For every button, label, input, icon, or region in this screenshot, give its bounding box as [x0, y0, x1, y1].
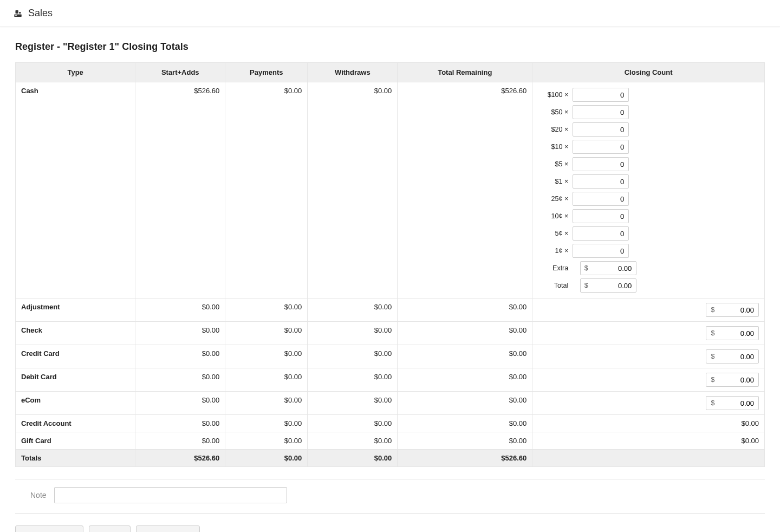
denomination-label: $20 × [538, 126, 568, 133]
withdraws-cell: $0.00 [308, 432, 398, 450]
payments-cell: $0.00 [225, 368, 308, 392]
col-header-withdraws: Withdraws [308, 63, 398, 82]
table-header-row: Type Start+Adds Payments Withdraws Total… [16, 63, 765, 82]
type-cell: Gift Card [16, 432, 135, 450]
totals-start_adds: $526.60 [135, 450, 225, 467]
closing-count-cell: $ [532, 322, 765, 345]
totals-total_remaining: $526.60 [398, 450, 532, 467]
start_adds-cell: $0.00 [135, 299, 225, 322]
denomination-row: 10¢ × [538, 209, 759, 223]
table-row: Check$0.00$0.00$0.00$0.00$ [16, 322, 765, 345]
denomination-row: $5 × [538, 157, 759, 171]
withdraws-cell: $0.00 [308, 82, 398, 299]
payments-cell: $0.00 [225, 392, 308, 415]
closing-count-cell: $ [532, 345, 765, 368]
denomination-input[interactable] [573, 105, 629, 119]
withdraws-cell: $0.00 [308, 392, 398, 415]
closing-count-text: $0.00 [741, 419, 759, 427]
denomination-input[interactable] [573, 140, 629, 154]
denomination-input[interactable] [573, 157, 629, 171]
denomination-input[interactable] [573, 174, 629, 189]
type-cell: Credit Card [16, 345, 135, 368]
currency-prefix: $ [709, 353, 717, 360]
start_adds-cell: $0.00 [135, 432, 225, 450]
closing-count-cell: $0.00 [532, 415, 765, 432]
denomination-label: 25¢ × [538, 195, 568, 203]
total_remaining-cell: $526.60 [398, 82, 532, 299]
currency-prefix: $ [582, 282, 590, 289]
total_remaining-cell: $0.00 [398, 345, 532, 368]
denomination-input[interactable] [573, 122, 629, 137]
totals-label: Totals [16, 450, 135, 467]
denomination-row: $100 × [538, 88, 759, 102]
topbar: Sales [0, 0, 780, 27]
table-row: Cash$526.60$0.00$0.00$526.60$100 ×$50 ×$… [16, 82, 765, 299]
denomination-row: 1¢ × [538, 244, 759, 258]
start_adds-cell: $526.60 [135, 82, 225, 299]
denomination-footer-label: Extra [538, 264, 568, 272]
total_remaining-cell: $0.00 [398, 368, 532, 392]
currency-prefix: $ [709, 306, 717, 314]
payments-cell: $0.00 [225, 82, 308, 299]
denomination-label: 1¢ × [538, 247, 568, 255]
closing-totals-table: Type Start+Adds Payments Withdraws Total… [15, 62, 765, 467]
closing-count-input-wrapper: $ [538, 396, 759, 410]
currency-prefix: $ [709, 399, 717, 407]
denomination-input[interactable] [573, 88, 629, 102]
closing-count-input-wrapper: $ [538, 373, 759, 387]
page-title: Register - "Register 1" Closing Totals [15, 41, 765, 53]
denomination-row: $1 × [538, 174, 759, 189]
type-cell: eCom [16, 392, 135, 415]
total_remaining-cell: $0.00 [398, 299, 532, 322]
total_remaining-cell: $0.00 [398, 392, 532, 415]
totals-row: Totals$526.60$0.00$0.00$526.60 [16, 450, 765, 467]
cancel-button[interactable]: Cancel [89, 525, 131, 532]
denomination-list: $100 ×$50 ×$20 ×$10 ×$5 ×$1 ×25¢ ×10¢ ×5… [538, 88, 759, 293]
denomination-input[interactable] [573, 209, 629, 223]
closing-count-input-wrapper: $ [538, 326, 759, 340]
currency-prefix: $ [709, 329, 717, 337]
col-header-type: Type [16, 63, 135, 82]
type-cell: Debit Card [16, 368, 135, 392]
total_remaining-cell: $0.00 [398, 432, 532, 450]
payments-cell: $0.00 [225, 345, 308, 368]
open-drawer-button[interactable]: Open Drawer [136, 525, 199, 532]
denomination-input[interactable] [573, 226, 629, 241]
denomination-row: 25¢ × [538, 192, 759, 206]
denomination-label: $1 × [538, 178, 568, 185]
denomination-label: $50 × [538, 108, 568, 116]
submit-counts-button[interactable]: Submit Counts [15, 525, 83, 532]
totals-payments: $0.00 [225, 450, 308, 467]
total_remaining-cell: $0.00 [398, 415, 532, 432]
table-row: Debit Card$0.00$0.00$0.00$0.00$ [16, 368, 765, 392]
denomination-input[interactable] [573, 192, 629, 206]
type-cell: Cash [16, 82, 135, 299]
closing-count-cell: $ [532, 392, 765, 415]
withdraws-cell: $0.00 [308, 415, 398, 432]
payments-cell: $0.00 [225, 432, 308, 450]
note-input[interactable] [54, 487, 287, 503]
actions: Submit Counts Cancel Open Drawer [15, 525, 765, 532]
page: Register - "Register 1" Closing Totals T… [0, 27, 780, 532]
denomination-row: $10 × [538, 140, 759, 154]
payments-cell: $0.00 [225, 299, 308, 322]
denomination-label: $10 × [538, 143, 568, 151]
withdraws-cell: $0.00 [308, 345, 398, 368]
closing-count-cell: $ [532, 299, 765, 322]
denomination-row: $50 × [538, 105, 759, 119]
closing-count-input-wrapper: $ [538, 303, 759, 317]
col-header-closing-count: Closing Count [532, 63, 765, 82]
withdraws-cell: $0.00 [308, 322, 398, 345]
denomination-label: $5 × [538, 160, 568, 168]
start_adds-cell: $0.00 [135, 368, 225, 392]
denomination-footer-row: Extra$ [538, 261, 759, 275]
closing-count-cell: $0.00 [532, 432, 765, 450]
total_remaining-cell: $0.00 [398, 322, 532, 345]
closing-count-text: $0.00 [741, 437, 759, 445]
withdraws-cell: $0.00 [308, 368, 398, 392]
totals-withdraws: $0.00 [308, 450, 398, 467]
denomination-input[interactable] [573, 244, 629, 258]
withdraws-cell: $0.00 [308, 299, 398, 322]
note-label: Note [30, 491, 47, 499]
col-header-total-remaining: Total Remaining [398, 63, 532, 82]
